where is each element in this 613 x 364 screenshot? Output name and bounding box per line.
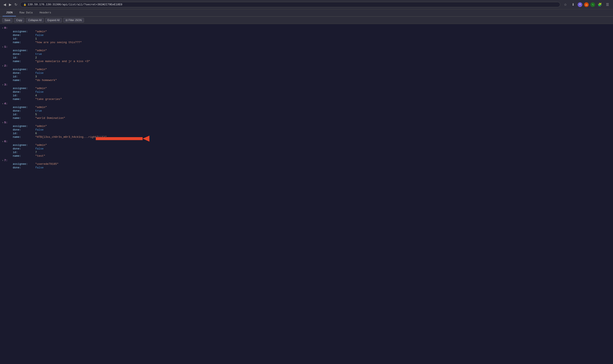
prop-row-0-done: done: false	[6, 33, 613, 37]
json-item-5: ▾5:assignee: "admin"done: falseid: 6name…	[0, 120, 613, 139]
prop-key-done: done:	[13, 128, 32, 131]
prop-value-5-done: false	[35, 128, 44, 131]
item-index-label-1: 1:	[4, 45, 8, 49]
item-header-6[interactable]: ▾6:	[0, 140, 613, 143]
prop-key-name: name:	[13, 98, 32, 101]
prop-row-2-id: id: 3	[6, 75, 613, 78]
prop-row-6-done: done: false	[6, 147, 613, 151]
prop-row-1-id: id: 2	[6, 56, 613, 60]
prop-value-1-id: 2	[35, 56, 37, 59]
prop-value-5-id: 6	[35, 132, 37, 135]
prop-key-id: id:	[13, 132, 32, 135]
triangle-icon-5: ▾	[2, 121, 3, 124]
item-body-2: assignee: "admin"done: falseid: 3name: "…	[0, 68, 613, 82]
prop-value-6-id: 7	[35, 151, 37, 154]
item-index-label-2: 2:	[4, 64, 8, 67]
json-item-2: ▾2:assignee: "admin"done: falseid: 3name…	[0, 64, 613, 82]
tab-headers[interactable]: Headers	[36, 9, 55, 16]
json-item-7: ▾7:assignee: "userede79185"done: false	[0, 158, 613, 170]
prop-row-3-done: done: false	[6, 90, 613, 94]
prop-value-7-assignee: "userede79185"	[35, 162, 58, 166]
prop-value-5-assignee: "admin"	[35, 125, 47, 128]
copy-button[interactable]: Copy	[14, 18, 25, 23]
item-header-7[interactable]: ▾7:	[0, 159, 613, 162]
reload-button[interactable]: ↻	[14, 2, 18, 7]
prop-key-done: done:	[13, 34, 32, 37]
prop-key-id: id:	[13, 113, 32, 116]
prop-key-id: id:	[13, 94, 32, 97]
prop-row-6-name: name: "test"	[6, 154, 613, 158]
prop-value-1-done: true	[35, 52, 42, 56]
item-header-0[interactable]: ▾0:	[0, 26, 613, 30]
item-body-0: assignee: "admin"done: falseid: 1name: "…	[0, 30, 613, 44]
prop-key-assignee: assignee:	[13, 143, 32, 147]
filter-json-button[interactable]: ⊟ Filter JSON	[63, 18, 84, 23]
prop-value-0-name: "how are you seeing this???"	[35, 41, 82, 44]
item-body-4: assignee: "admin"done: trueid: 5name: "w…	[0, 105, 613, 120]
filter-icon: ⊟	[66, 19, 68, 22]
item-body-5: assignee: "admin"done: falseid: 6name: "…	[0, 124, 613, 139]
browser-actions: ☆ ⬇ M 🦊 🦎 🧩 ☰	[562, 2, 611, 8]
prop-value-6-name: "test"	[35, 154, 45, 157]
item-header-1[interactable]: ▾1:	[0, 45, 613, 49]
extension-avatar: 🦎	[590, 2, 595, 7]
prop-value-0-id: 1	[35, 37, 37, 40]
prop-row-4-done: done: true	[6, 109, 613, 113]
prop-key-id: id:	[13, 37, 32, 40]
prop-key-assignee: assignee:	[13, 106, 32, 109]
prop-key-assignee: assignee:	[13, 87, 32, 90]
prop-value-0-done: false	[35, 34, 44, 37]
prop-key-name: name:	[13, 154, 32, 157]
triangle-icon-0: ▾	[2, 27, 3, 29]
collapse-all-button[interactable]: Collapse All	[26, 18, 44, 23]
prop-key-done: done:	[13, 166, 32, 169]
prop-key-assignee: assignee:	[13, 162, 32, 166]
download-button[interactable]: ⬇	[570, 2, 576, 8]
prop-value-6-assignee: "admin"	[35, 143, 47, 147]
prop-row-2-name: name: "do homework"	[6, 78, 613, 82]
save-button[interactable]: Save	[2, 18, 13, 23]
json-item-1: ▾1:assignee: "admin"done: trueid: 2name:…	[0, 45, 613, 64]
triangle-icon-3: ▾	[2, 84, 3, 86]
item-header-2[interactable]: ▾2:	[0, 64, 613, 68]
item-body-1: assignee: "admin"done: trueid: 2name: "g…	[0, 49, 613, 63]
prop-key-assignee: assignee:	[13, 30, 32, 33]
item-index-label-3: 3:	[4, 83, 8, 86]
address-bar[interactable]: 🔒 139.59.176.130:31306/api/list/all/?sec…	[20, 2, 560, 7]
tab-raw[interactable]: Raw Data	[16, 9, 36, 16]
prop-row-6-assignee: assignee: "admin"	[6, 143, 613, 147]
extensions-button[interactable]: 🧩	[597, 2, 603, 8]
item-header-3[interactable]: ▾3:	[0, 83, 613, 87]
item-header-5[interactable]: ▾5:	[0, 121, 613, 124]
prop-key-done: done:	[13, 90, 32, 93]
sync-avatar: M	[578, 2, 582, 7]
forward-button[interactable]: ▶	[8, 2, 12, 7]
prop-value-7-done: false	[35, 166, 44, 169]
item-index-label-5: 5:	[4, 121, 8, 124]
nav-buttons: ◀ ▶ ↻	[2, 2, 18, 7]
expand-all-button[interactable]: Expand All	[45, 18, 62, 23]
item-header-4[interactable]: ▾4:	[0, 102, 613, 105]
prop-row-5-name: name: "HTB{l3ss_ch0r3s_m0r3_h4ck1ng...ri…	[6, 135, 613, 139]
prop-key-assignee: assignee:	[13, 125, 32, 128]
menu-button[interactable]: ☰	[604, 2, 611, 8]
triangle-icon-2: ▾	[2, 65, 3, 67]
tab-json[interactable]: JSON	[2, 9, 16, 16]
prop-key-name: name:	[13, 60, 32, 63]
bookmark-button[interactable]: ☆	[562, 2, 568, 8]
json-content: ▾0:assignee: "admin"done: falseid: 1name…	[0, 24, 613, 363]
prop-value-1-assignee: "admin"	[35, 49, 47, 52]
tab-bar: JSON Raw Data Headers	[0, 9, 613, 17]
prop-row-5-id: id: 6	[6, 132, 613, 135]
prop-value-2-id: 3	[35, 75, 37, 78]
back-button[interactable]: ◀	[2, 2, 7, 7]
prop-row-4-id: id: 5	[6, 113, 613, 116]
prop-value-5-name: "HTB{l3ss_ch0r3s_m0r3_h4ck1ng...right?!!…	[35, 135, 107, 139]
prop-key-id: id:	[13, 75, 32, 78]
json-item-0: ▾0:assignee: "admin"done: falseid: 1name…	[0, 26, 613, 45]
triangle-icon-4: ▾	[2, 103, 3, 105]
item-index-label-4: 4:	[4, 102, 8, 105]
prop-key-assignee: assignee:	[13, 49, 32, 52]
prop-row-5-done: done: false	[6, 128, 613, 132]
prop-row-1-name: name: "give makelaris and jr a kiss <3"	[6, 60, 613, 63]
